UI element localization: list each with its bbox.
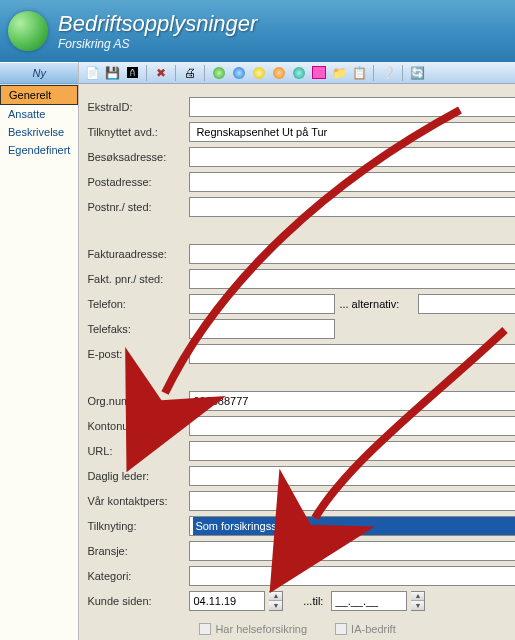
toolbar-separator [373,65,374,81]
refresh-icon[interactable] [408,64,426,82]
kontaktpers-select[interactable]: ▼ [189,491,515,511]
date-til-spinner[interactable]: ▲▼ [411,591,425,611]
faktura-input[interactable] [189,244,515,264]
toolbar-separator [204,65,205,81]
status-yellow-icon[interactable] [250,64,268,82]
tilknytning-label: Tilknyting: [87,520,189,532]
checkbox-icon [335,623,347,635]
sidebar-item-ansatte[interactable]: Ansatte [0,105,78,123]
bransje-select[interactable]: ▼ [189,541,515,561]
kontaktpers-label: Vår kontaktpers: [87,495,189,507]
telefon-alt-input[interactable] [418,294,515,314]
helseforsikring-checkbox[interactable]: Har helseforsikring [199,623,307,635]
rename-icon[interactable] [123,64,141,82]
kundesiden-til-input[interactable] [331,591,407,611]
copy-icon[interactable] [350,64,368,82]
telefon-alt-label: ... alternativ: [339,298,414,310]
post-label: Postadresse: [87,176,189,188]
checkbox-icon [199,623,211,635]
ekstraid-label: EkstraID: [87,101,189,113]
page-subtitle: Forsikring AS [58,37,257,51]
avd-value: Regnskapsenhet Ut på Tur [193,126,330,138]
kategori-label: Kategori: [87,570,189,582]
globe-icon [8,11,48,51]
epost-input[interactable] [189,344,515,364]
telefon-input[interactable] [189,294,335,314]
print-icon[interactable] [181,64,199,82]
app-header: Bedriftsopplysninger Forsikring AS [0,0,515,62]
telefon-label: Telefon: [87,298,189,310]
kundesiden-til-label: ...til: [287,595,327,607]
toolbar-separator [146,65,147,81]
delete-icon[interactable] [152,64,170,82]
iabedrift-label: IA-bedrift [351,623,396,635]
url-input[interactable] [189,441,515,461]
faktpnrsted-label: Fakt. pnr./ sted: [87,273,189,285]
date-from-spinner[interactable]: ▲▼ [269,591,283,611]
dagligleder-select[interactable]: ▼ [189,466,515,486]
dagligleder-label: Daglig leder: [87,470,189,482]
sidebar: Ny Generelt Ansatte Beskrivelse Egendefi… [0,62,79,640]
tab-ny[interactable]: Ny [0,62,78,84]
status-blue-icon[interactable] [230,64,248,82]
toolbar [79,62,515,84]
ekstraid-input[interactable] [189,97,515,117]
status-teal-icon[interactable] [290,64,308,82]
new-icon[interactable] [83,64,101,82]
orgnr-input[interactable] [189,391,515,411]
url-label: URL: [87,445,189,457]
bransje-label: Bransje: [87,545,189,557]
postnrsted-label: Postnr./ sted: [87,201,189,213]
besok-input[interactable] [189,147,515,167]
iabedrift-checkbox[interactable]: IA-bedrift [335,623,396,635]
post-input[interactable] [189,172,515,192]
sidebar-item-egendefinert[interactable]: Egendefinert [0,141,78,159]
telefaks-label: Telefaks: [87,323,189,335]
sidebar-item-generelt[interactable]: Generelt [0,85,78,105]
toolbar-separator [175,65,176,81]
tilknytning-value: Som forsikringsselskap [193,517,515,535]
telefaks-input[interactable] [189,319,335,339]
kontonr-label: Kontonummer: [87,420,189,432]
avd-label: Tilknyttet avd.: [87,126,189,138]
epost-label: E-post: [87,348,189,360]
tilknytning-select[interactable]: Som forsikringsselskap ▼ [189,516,515,536]
besok-label: Besøksadresse: [87,151,189,163]
folder-icon[interactable] [330,64,348,82]
faktpnrsted-select[interactable]: ▼ [189,269,515,289]
kundesiden-label: Kunde siden: [87,595,189,607]
avd-select[interactable]: Regnskapsenhet Ut på Tur ▼ [189,122,515,142]
kundesiden-from-input[interactable] [189,591,265,611]
status-orange-icon[interactable] [270,64,288,82]
help-icon[interactable] [379,64,397,82]
helseforsikring-label: Har helseforsikring [215,623,307,635]
toolbar-separator [402,65,403,81]
save-icon[interactable] [103,64,121,82]
kontonr-input[interactable] [189,416,515,436]
status-pink-icon[interactable] [310,64,328,82]
sidebar-item-beskrivelse[interactable]: Beskrivelse [0,123,78,141]
faktura-label: Fakturaadresse: [87,248,189,260]
form-area: EkstraID: Tilknyttet avd.: Regnskapsenhe… [79,84,515,640]
page-title: Bedriftsopplysninger [58,11,257,37]
status-green-icon[interactable] [210,64,228,82]
orgnr-label: Org.nummer: [87,395,189,407]
kategori-select[interactable]: ▼ [189,566,515,586]
postnrsted-select[interactable]: ▼ [189,197,515,217]
